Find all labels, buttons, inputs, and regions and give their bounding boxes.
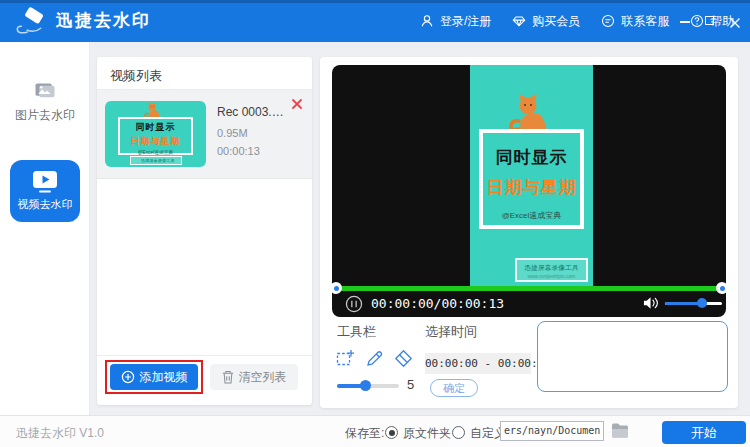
- chat-support-icon: [601, 14, 615, 28]
- image-icon: [33, 82, 57, 101]
- brush-tool-button[interactable]: [365, 349, 384, 368]
- radio-original-folder[interactable]: [385, 426, 398, 439]
- header-bar: 迅捷去水印 登录/注册 购买会员: [0, 0, 750, 42]
- video-list-item[interactable]: 同时显示 日期与星期 @Excel速成宝典 迅捷屏幕录像工具 Rec 0003.…: [97, 90, 312, 179]
- select-time-label: 选择时间: [425, 323, 477, 341]
- contact-support-label: 联系客服: [621, 13, 669, 30]
- folder-icon: [611, 423, 629, 438]
- video-player: 同时显示 日期与星期 @Excel速成宝典 迅捷屏幕录像工具 www.xunji…: [332, 65, 726, 317]
- sidebar-item-video-label: 视频去水印: [10, 197, 80, 212]
- maximize-button[interactable]: [704, 15, 716, 27]
- brush-size-value: 5: [407, 377, 414, 392]
- thumbnail-text-line1: 同时显示: [120, 121, 191, 134]
- footer-bar: 迅捷去水印 V1.0 保存至: 原文件夹 自定义 开始: [0, 415, 750, 447]
- close-button[interactable]: [729, 15, 741, 27]
- app-version-label: 迅捷去水印 V1.0: [16, 425, 104, 442]
- remove-video-button[interactable]: [291, 96, 303, 108]
- video-list-panel: 视频列表 同时显示 日期与星期 @Excel速成宝: [97, 57, 312, 405]
- clear-list-label: 清空列表: [239, 369, 287, 386]
- video-item-filename: Rec 0003.…: [217, 105, 284, 119]
- maximize-icon: [705, 16, 714, 25]
- app-window: 迅捷去水印 登录/注册 购买会员: [0, 0, 750, 447]
- radio-custom-folder[interactable]: [452, 426, 465, 439]
- sidebar-item-image-watermark[interactable]: 图片去水印: [0, 82, 90, 124]
- confirm-button[interactable]: 确定: [430, 379, 478, 397]
- brush-size-slider-handle[interactable]: [360, 380, 371, 391]
- login-register-label: 登录/注册: [440, 13, 491, 30]
- thumbnail-watermark: 迅捷屏幕录像工具: [130, 156, 182, 165]
- close-icon: [729, 17, 741, 29]
- user-icon: [420, 14, 434, 28]
- trash-icon: [222, 370, 234, 384]
- contact-support-link[interactable]: 联系客服: [601, 13, 669, 30]
- playback-time: 00:00:00/00:00:13: [371, 296, 504, 311]
- eraser-icon: [394, 349, 413, 368]
- clear-list-button[interactable]: 清空列表: [210, 364, 298, 390]
- preview-panel: 同时显示 日期与星期 @Excel速成宝典 迅捷屏幕录像工具 www.xunji…: [320, 57, 738, 408]
- select-region-tool-button[interactable]: [336, 349, 355, 368]
- minimize-button[interactable]: [679, 15, 691, 27]
- thumbnail-text-line2: 日期与星期: [120, 135, 191, 148]
- remove-x-icon: [291, 98, 303, 110]
- handle-dot: [334, 286, 339, 291]
- video-list-title: 视频列表: [110, 67, 162, 85]
- save-path-input[interactable]: [500, 421, 604, 441]
- pause-icon: [345, 295, 363, 313]
- vip-diamond-icon: [512, 14, 526, 28]
- add-video-label: 添加视频: [140, 369, 188, 386]
- video-frame: 同时显示 日期与星期 @Excel速成宝典 迅捷屏幕录像工具 www.xunji…: [470, 65, 593, 286]
- video-item-duration: 00:00:13: [217, 145, 260, 157]
- selection-rect-icon: [336, 349, 355, 368]
- thumbnail-text-frame: 同时显示 日期与星期 @Excel速成宝典: [118, 117, 193, 155]
- buy-membership-label: 购买会员: [532, 13, 580, 30]
- video-text-line1: 同时显示: [483, 146, 580, 169]
- radio-original-folder-label: 原文件夹: [403, 425, 451, 442]
- divider: [97, 355, 312, 356]
- app-title: 迅捷去水印: [56, 0, 151, 42]
- video-item-filesize: 0.95M: [217, 127, 248, 139]
- video-credit: @Excel速成宝典: [483, 210, 580, 221]
- volume-icon[interactable]: [643, 296, 660, 310]
- buy-membership-link[interactable]: 购买会员: [512, 13, 580, 30]
- toolbar-label: 工具栏: [337, 323, 376, 341]
- start-button[interactable]: 开始: [662, 421, 746, 444]
- video-watermark: 迅捷屏幕录像工具 www.xunjieshipin.com: [515, 258, 588, 282]
- browse-folder-button[interactable]: [611, 423, 629, 438]
- video-text-frame: 同时显示 日期与星期 @Excel速成宝典: [479, 129, 584, 229]
- sidebar: 图片去水印 视频去水印: [0, 42, 90, 415]
- add-video-button[interactable]: 添加视频: [110, 364, 198, 390]
- radio-selected-dot: [389, 430, 395, 436]
- time-range-display[interactable]: 00:00:00 - 00:00:14: [425, 353, 531, 374]
- sidebar-item-image-label: 图片去水印: [0, 107, 90, 124]
- pencil-icon: [365, 349, 384, 368]
- video-text-line2: 日期与星期: [483, 176, 580, 199]
- sidebar-item-video-watermark[interactable]: 视频去水印: [10, 160, 80, 222]
- window-controls: [679, 0, 741, 42]
- app-logo-eraser-icon: [13, 7, 49, 36]
- video-icon: [32, 170, 58, 193]
- plus-circle-icon: [121, 370, 135, 384]
- pause-button[interactable]: [345, 295, 363, 313]
- eraser-tool-button[interactable]: [394, 349, 413, 368]
- volume-slider-handle[interactable]: [697, 298, 707, 308]
- player-controls: 00:00:00/00:00:13: [332, 291, 726, 317]
- handle-dot: [720, 286, 725, 291]
- video-thumbnail: 同时显示 日期与星期 @Excel速成宝典 迅捷屏幕录像工具: [105, 101, 206, 167]
- save-to-label: 保存至:: [345, 425, 384, 442]
- login-register-link[interactable]: 登录/注册: [420, 13, 491, 30]
- watermark-region-preview-box: [537, 321, 728, 392]
- minimize-icon: [680, 21, 690, 23]
